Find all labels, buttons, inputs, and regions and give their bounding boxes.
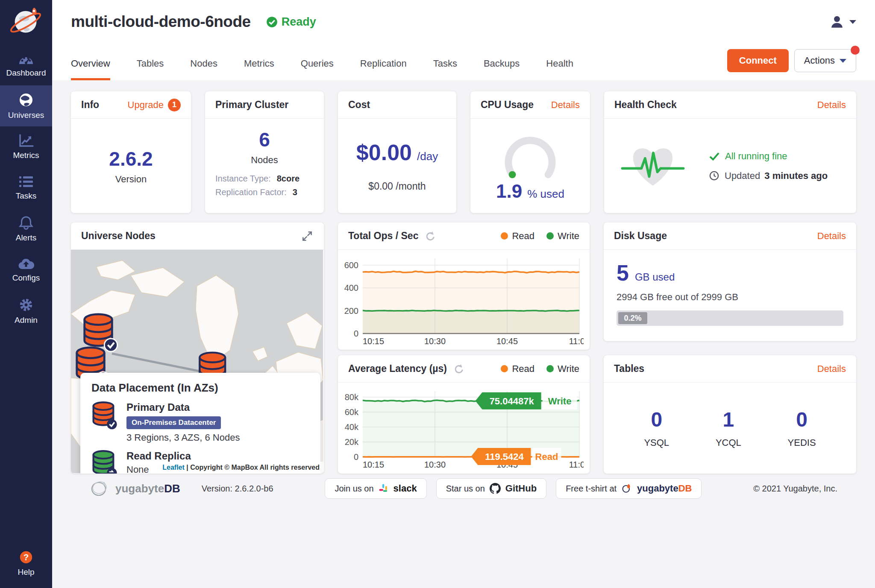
content-column: multi-cloud-demo-6node Ready bbox=[52, 0, 875, 588]
sidebar: Dashboard Universes Metrics bbox=[0, 0, 52, 588]
tables-details-link[interactable]: Details bbox=[817, 363, 846, 374]
ysql-label: YSQL bbox=[644, 437, 669, 448]
yedis-label: YEDIS bbox=[788, 437, 816, 448]
tab-nodes[interactable]: Nodes bbox=[190, 58, 217, 80]
tab-bar: Overview Tables Nodes Metrics Queries Re… bbox=[52, 44, 875, 80]
sidebar-item-label: Help bbox=[18, 568, 34, 577]
chart-plot-area: 020040060010:1510:3010:4511:00 bbox=[338, 250, 590, 350]
card-title: Cost bbox=[348, 99, 370, 111]
health-check-card: Health Check Details bbox=[604, 91, 856, 213]
status-badge: Ready bbox=[266, 15, 316, 29]
tab-backups[interactable]: Backups bbox=[484, 58, 520, 80]
planet-rocket-logo-icon bbox=[8, 4, 44, 40]
svg-text:20k: 20k bbox=[345, 437, 359, 447]
sidebar-item-label: Configs bbox=[12, 273, 40, 283]
disk-details-link[interactable]: Details bbox=[817, 231, 846, 242]
sidebar-item-metrics[interactable]: Metrics bbox=[0, 126, 52, 167]
version-label: Version bbox=[115, 174, 147, 185]
metrics-chart-icon bbox=[18, 134, 34, 148]
svg-text:75.04487k: 75.04487k bbox=[490, 396, 534, 407]
yedis-stat: 0 YEDIS bbox=[788, 408, 816, 448]
cost-per-day-value: $0.00 bbox=[356, 140, 412, 165]
primary-cluster-card: Primary Cluster 6 Nodes Instance Type: 8… bbox=[205, 91, 324, 213]
chevron-down-icon bbox=[849, 20, 856, 24]
datacenter-badge: On-Premises Datacenter bbox=[126, 416, 221, 429]
health-status-text: All running fine bbox=[725, 151, 787, 162]
tables-card: Tables Details 0 YSQL 1 YCQL bbox=[604, 355, 856, 474]
tab-replication[interactable]: Replication bbox=[360, 58, 407, 80]
yugabytedb-wordmark: yugabyteDB bbox=[115, 482, 180, 495]
notification-dot bbox=[851, 46, 860, 55]
version-value: 2.6.2 bbox=[109, 147, 153, 170]
sidebar-item-alerts[interactable]: Alerts bbox=[0, 208, 52, 249]
tab-tasks[interactable]: Tasks bbox=[433, 58, 457, 80]
chart-title: Total Ops / Sec bbox=[348, 230, 418, 242]
ready-check-icon bbox=[266, 16, 278, 28]
refresh-icon[interactable] bbox=[453, 363, 464, 374]
legend-read: Read bbox=[501, 363, 534, 374]
app-logo[interactable] bbox=[0, 0, 52, 44]
data-placement-panel: Data Placement (In AZs) bbox=[80, 373, 320, 474]
svg-text:0: 0 bbox=[354, 329, 358, 338]
attribution-text: | Copyright © MapBox All rights reserved bbox=[185, 464, 320, 471]
data-placement-title: Data Placement (In AZs) bbox=[91, 381, 309, 395]
upgrade-count-badge: 1 bbox=[168, 99, 181, 111]
user-menu[interactable] bbox=[830, 15, 856, 29]
cpu-usage-card: CPU Usage Details 1.9 % used bbox=[470, 91, 590, 213]
write-dot-icon bbox=[546, 365, 554, 372]
sidebar-item-label: Admin bbox=[15, 316, 38, 325]
cost-per-day-unit: /day bbox=[417, 150, 438, 163]
chart-legend: Read Write bbox=[501, 231, 579, 242]
tshirt-button[interactable]: Free t-shirt at yugabyteDB bbox=[556, 478, 702, 499]
sidebar-item-tasks[interactable]: Tasks bbox=[0, 167, 52, 208]
svg-text:Write: Write bbox=[548, 396, 572, 407]
card-title: CPU Usage bbox=[481, 99, 534, 111]
sidebar-item-help[interactable]: ? Help bbox=[0, 543, 52, 584]
sidebar-item-label: Alerts bbox=[16, 233, 37, 243]
primary-data-desc: 3 Regions, 3 AZS, 6 Nodes bbox=[126, 432, 240, 443]
svg-text:80k: 80k bbox=[345, 392, 359, 402]
sidebar-item-admin[interactable]: Admin bbox=[0, 290, 52, 331]
tab-metrics[interactable]: Metrics bbox=[244, 58, 274, 80]
upgrade-link[interactable]: Upgrade 1 bbox=[128, 99, 181, 111]
app-root: Dashboard Universes Metrics bbox=[0, 0, 875, 588]
actions-dropdown-button[interactable]: Actions bbox=[794, 49, 856, 72]
refresh-icon[interactable] bbox=[424, 231, 435, 242]
updated-label: Updated bbox=[725, 170, 760, 181]
github-button[interactable]: Star us on GitHub bbox=[436, 478, 547, 499]
replication-factor-row: Replication Factor: 3 bbox=[215, 187, 314, 197]
tab-queries[interactable]: Queries bbox=[301, 58, 334, 80]
help-question-icon: ? bbox=[19, 550, 33, 565]
chart-legend: Read Write bbox=[501, 363, 579, 374]
cpu-details-link[interactable]: Details bbox=[551, 99, 580, 111]
page-header: multi-cloud-demo-6node Ready bbox=[52, 0, 875, 80]
chart-title: Average Latency (µs) bbox=[348, 363, 447, 374]
cpu-percent-value: 1.9 bbox=[496, 181, 522, 202]
sidebar-item-universes[interactable]: Universes bbox=[0, 85, 52, 126]
card-title: Info bbox=[81, 99, 99, 111]
primary-data-row: Primary Data On-Premises Datacenter 3 Re… bbox=[91, 401, 309, 443]
expand-icon[interactable] bbox=[301, 230, 314, 243]
updated-value: 3 minutes ago bbox=[764, 170, 828, 181]
tab-tables[interactable]: Tables bbox=[137, 58, 164, 80]
clock-icon bbox=[709, 171, 719, 181]
nodes-label: Nodes bbox=[251, 155, 278, 166]
svg-text:10:15: 10:15 bbox=[363, 460, 384, 469]
tab-overview[interactable]: Overview bbox=[71, 58, 110, 80]
status-text: Ready bbox=[282, 15, 316, 29]
slack-button[interactable]: Join us on slack bbox=[325, 478, 426, 499]
tab-health[interactable]: Health bbox=[546, 58, 573, 80]
ysql-stat: 0 YSQL bbox=[644, 408, 669, 448]
connect-button[interactable]: Connect bbox=[727, 49, 789, 72]
ycql-label: YCQL bbox=[716, 437, 741, 448]
leaflet-link[interactable]: Leaflet bbox=[162, 464, 185, 471]
health-details-link[interactable]: Details bbox=[817, 99, 846, 111]
total-ops-chart-card: Total Ops / Sec Read bbox=[338, 222, 590, 350]
svg-text:60k: 60k bbox=[345, 407, 359, 417]
heartbeat-icon bbox=[619, 139, 687, 193]
world-map[interactable]: Data Placement (In AZs) bbox=[71, 250, 324, 474]
map-attribution: Leaflet | Copyright © MapBox All rights … bbox=[158, 462, 324, 474]
sidebar-item-configs[interactable]: Configs bbox=[0, 249, 52, 290]
disk-usage-card: Disk Usage Details 5 GB used 2994 GB fre… bbox=[604, 222, 856, 341]
sidebar-item-dashboard[interactable]: Dashboard bbox=[0, 44, 52, 85]
